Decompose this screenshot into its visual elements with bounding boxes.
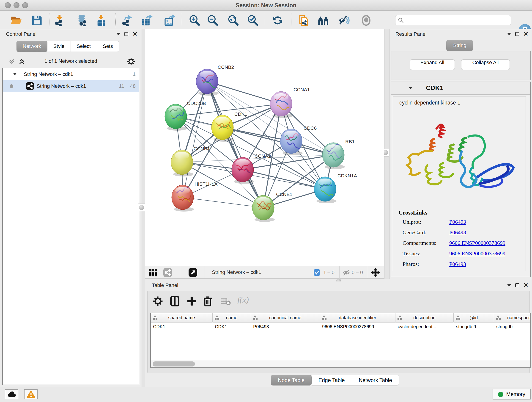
export-network-icon[interactable] bbox=[121, 14, 133, 26]
tab-sets[interactable]: Sets bbox=[97, 41, 119, 52]
node-label-RB1: RB1 bbox=[345, 139, 355, 144]
network-overview-icon[interactable] bbox=[317, 14, 329, 26]
network-edge[interactable] bbox=[207, 81, 263, 208]
network-edge[interactable] bbox=[183, 81, 207, 197]
table-row[interactable]: CDK1CDK1P064939606.ENSP00000378699cyclin… bbox=[151, 322, 530, 331]
table-horizontal-scrollbar[interactable] bbox=[151, 360, 530, 367]
string-style-icon[interactable] bbox=[163, 268, 172, 277]
panel-float-icon[interactable] bbox=[515, 283, 519, 287]
tab-select[interactable]: Select bbox=[71, 41, 97, 52]
refresh-icon[interactable] bbox=[272, 14, 284, 26]
import-network-file-icon[interactable] bbox=[54, 14, 66, 26]
network-node-CCNA2[interactable] bbox=[232, 157, 254, 184]
save-session-icon[interactable] bbox=[31, 14, 43, 26]
zoom-fit-icon[interactable] bbox=[227, 14, 239, 26]
open-session-icon[interactable] bbox=[10, 14, 22, 26]
tab-edge-table[interactable]: Edge Table bbox=[312, 375, 352, 385]
table-cell[interactable]: CDK1 bbox=[213, 322, 251, 331]
network-canvas[interactable]: CCNB2CCNA1CDC25BCDK1CDC6RB1CCNB1CCNA2CDK… bbox=[145, 29, 384, 266]
panel-close-icon[interactable]: ✕ bbox=[133, 32, 138, 36]
table-cell[interactable]: 9606.ENSP00000378699 bbox=[320, 322, 395, 331]
panel-float-icon[interactable] bbox=[515, 32, 519, 36]
crosslink-label: GeneCard: bbox=[399, 230, 449, 236]
zoom-selected-icon[interactable] bbox=[247, 14, 259, 26]
table-cell[interactable]: stringdb bbox=[494, 322, 531, 331]
gear-icon[interactable] bbox=[127, 57, 135, 65]
panel-collapse-icon[interactable] bbox=[116, 33, 120, 35]
gene-accordion-header[interactable]: CDK1 bbox=[391, 82, 530, 95]
zoom-out-icon[interactable] bbox=[207, 14, 219, 26]
table-cell[interactable]: CDK1 bbox=[151, 322, 213, 331]
column-header-canonical-name[interactable]: canonical name bbox=[251, 313, 320, 322]
cloud-button[interactable] bbox=[5, 389, 18, 399]
crosslink-link[interactable]: P06493 bbox=[449, 230, 466, 235]
crosslink-link[interactable]: P06493 bbox=[449, 261, 466, 267]
network-node-CCNB1[interactable] bbox=[171, 150, 193, 177]
show-graphics-icon[interactable] bbox=[360, 14, 372, 26]
tree-expand-icon[interactable] bbox=[13, 73, 17, 75]
search-input[interactable] bbox=[406, 16, 509, 25]
network-node-CCNA1[interactable] bbox=[270, 91, 293, 118]
tab-string[interactable]: String bbox=[446, 40, 473, 51]
hide-graphics-icon[interactable] bbox=[338, 14, 350, 26]
column-header-@id[interactable]: @id bbox=[454, 313, 494, 322]
network-edge[interactable] bbox=[207, 81, 281, 104]
zoom-in-icon[interactable] bbox=[189, 14, 201, 26]
column-header-name[interactable]: name bbox=[213, 313, 251, 322]
crosslink-link[interactable]: 9606.ENSP00000378699 bbox=[449, 240, 505, 246]
import-table-file-icon[interactable] bbox=[95, 14, 108, 26]
add-column-icon[interactable] bbox=[186, 296, 197, 306]
panel-close-icon[interactable]: ✕ bbox=[523, 283, 528, 287]
network-node-CCNE1[interactable] bbox=[252, 195, 275, 222]
birds-eye-view-icon[interactable] bbox=[149, 269, 157, 277]
column-header-database-identifier[interactable]: database identifier bbox=[320, 313, 395, 322]
panel-close-icon[interactable]: ✕ bbox=[523, 32, 528, 36]
open-in-window-icon[interactable] bbox=[189, 268, 197, 277]
selected-checkbox-icon[interactable] bbox=[314, 269, 320, 276]
tab-node-table[interactable]: Node Table bbox=[271, 375, 312, 385]
clone-network-icon[interactable] bbox=[298, 14, 310, 26]
delete-column-icon[interactable] bbox=[203, 296, 213, 306]
crosslink-link[interactable]: 9606.ENSP00000378699 bbox=[449, 250, 505, 256]
left-splitter-handle[interactable] bbox=[138, 204, 146, 211]
network-node-CDC25B[interactable] bbox=[165, 104, 187, 131]
column-header-namespace[interactable]: namespace bbox=[494, 313, 531, 322]
node-label-CDK1: CDK1 bbox=[234, 111, 247, 117]
network-row-selected[interactable]: String Network – cdk1 11 48 bbox=[3, 80, 139, 92]
export-table-icon[interactable] bbox=[141, 14, 153, 26]
network-node-CDKN1A[interactable] bbox=[314, 177, 336, 203]
warnings-button[interactable] bbox=[24, 389, 38, 399]
network-collection-row[interactable]: String Network – cdk1 1 bbox=[3, 68, 139, 80]
fit-selected-crosshair-icon[interactable] bbox=[371, 268, 380, 277]
collapse-all-button[interactable]: Collapse All bbox=[461, 59, 510, 70]
table-cell[interactable]: stringdb:9... bbox=[454, 322, 494, 331]
table-cell[interactable]: cyclin-dependent ... bbox=[395, 322, 454, 331]
memory-button[interactable]: Memory bbox=[493, 389, 531, 400]
expand-all-button[interactable]: Expand All bbox=[410, 59, 455, 70]
scrollbar-thumb[interactable] bbox=[152, 361, 195, 366]
show-columns-icon[interactable] bbox=[170, 296, 180, 306]
network-node-RB1[interactable] bbox=[322, 143, 345, 169]
network-node-CDK1[interactable] bbox=[211, 115, 234, 142]
network-edge[interactable] bbox=[183, 197, 263, 208]
panel-float-icon[interactable] bbox=[124, 32, 128, 36]
import-network-database-icon[interactable] bbox=[77, 14, 89, 26]
table-cell[interactable]: P06493 bbox=[251, 322, 320, 331]
panel-collapse-icon[interactable] bbox=[507, 284, 511, 287]
protein-structure-image bbox=[400, 110, 519, 206]
crosslink-link[interactable]: P06493 bbox=[449, 219, 466, 225]
table-header-row: shared namenamecanonical namedatabase id… bbox=[151, 313, 530, 322]
tab-style[interactable]: Style bbox=[47, 41, 71, 52]
column-header-shared-name[interactable]: shared name bbox=[151, 313, 213, 322]
accordion-expand-icon[interactable] bbox=[409, 87, 413, 89]
tab-network[interactable]: Network bbox=[17, 41, 47, 52]
crosslink-row: Pharos:P06493 bbox=[399, 261, 505, 272]
table-gear-icon[interactable] bbox=[152, 296, 163, 306]
network-node-CCNB2[interactable] bbox=[196, 69, 219, 96]
tab-network-table[interactable]: Network Table bbox=[352, 375, 399, 385]
column-header-description[interactable]: description bbox=[395, 313, 454, 322]
panel-collapse-icon[interactable] bbox=[507, 33, 511, 35]
network-node-HIST1H1A[interactable] bbox=[172, 185, 194, 211]
network-edge[interactable] bbox=[243, 170, 325, 189]
export-image-icon[interactable] bbox=[164, 14, 176, 26]
